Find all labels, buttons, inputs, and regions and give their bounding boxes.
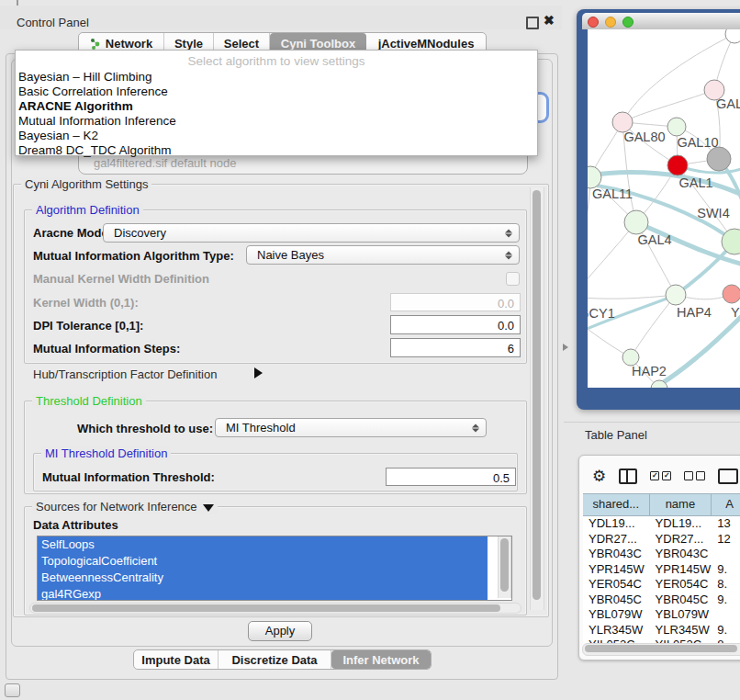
- which-threshold-label: Which threshold to use:: [77, 422, 213, 435]
- zoom-traffic-light-icon[interactable]: [622, 17, 633, 28]
- minimized-panel-icon[interactable]: [5, 683, 20, 697]
- column-header-shared[interactable]: shared...: [583, 494, 650, 515]
- node-label-gal4: GAL4: [637, 232, 671, 247]
- table-row[interactable]: YPR145WYPR145W9.: [583, 562, 740, 578]
- table-cell: YBL079W: [583, 607, 650, 623]
- mi-type-label: Mutual Information Algorithm Type:: [33, 249, 234, 263]
- node-label-swi4: SWI4: [697, 206, 729, 220]
- algorithm-option-basic-correlation-inference[interactable]: Basic Correlation Inference: [16, 85, 537, 99]
- table-cell: YPR145W: [650, 562, 712, 578]
- tab-discretize-data[interactable]: Discretize Data: [219, 650, 331, 669]
- expand-arrow-icon[interactable]: [254, 367, 263, 378]
- algorithm-option-mutual-information-inference[interactable]: Mutual Information Inference: [16, 114, 537, 129]
- network-node-gal1[interactable]: [667, 155, 688, 175]
- mi-steps-field[interactable]: 6: [390, 338, 521, 357]
- network-node[interactable]: [725, 29, 740, 43]
- node-label-gcy1: GCY1: [588, 306, 615, 321]
- tab-label: Discretize Data: [231, 653, 317, 667]
- table-cell: [712, 547, 740, 562]
- attribute-item-topologicalcoefficient[interactable]: TopologicalCoefficient: [38, 553, 488, 570]
- column-header-a[interactable]: A: [712, 494, 740, 515]
- table-hscrollbar[interactable]: [582, 643, 740, 656]
- table-row[interactable]: YDL19...YDL19...13: [583, 516, 740, 532]
- node-label-gal11: GAL11: [592, 186, 633, 201]
- network-node[interactable]: [707, 147, 731, 171]
- close-icon[interactable]: ✖: [544, 13, 555, 28]
- network-node-gal4[interactable]: [624, 210, 648, 234]
- network-edge[interactable]: [622, 90, 714, 122]
- minimize-traffic-light-icon[interactable]: [605, 17, 616, 28]
- node-label-hap4: HAP4: [677, 305, 712, 320]
- algorithm-option-bayesian-k2[interactable]: Bayesian – K2: [16, 129, 537, 143]
- attr-list-hscrollbar-thumb[interactable]: [32, 604, 500, 612]
- table-hscrollbar-thumb[interactable]: [585, 645, 737, 652]
- mi-threshold-field[interactable]: 0.5: [386, 468, 516, 486]
- dpi-tolerance-field[interactable]: 0.0: [390, 315, 521, 334]
- table-icon[interactable]: [718, 469, 738, 484]
- collapse-arrow-icon[interactable]: [203, 504, 214, 512]
- select-checkboxes-icon[interactable]: ✓✓: [650, 471, 671, 480]
- column-header-name[interactable]: name: [650, 494, 712, 515]
- tab-impute-data[interactable]: Impute Data: [134, 650, 219, 669]
- attribute-item-selfloops[interactable]: SelfLoops: [38, 536, 488, 553]
- network-edge[interactable]: [588, 222, 636, 297]
- table-row[interactable]: YBL079WYBL079W: [583, 607, 740, 623]
- mi-threshold-title: MI Threshold Definition: [41, 446, 171, 460]
- node-label-y: Y: [731, 305, 740, 320]
- network-node-y[interactable]: [723, 285, 740, 303]
- network-node-hap4[interactable]: [666, 285, 686, 305]
- split-columns-icon[interactable]: [619, 469, 637, 484]
- aracne-mode-label: Aracne Mode:: [33, 226, 112, 240]
- which-threshold-value: MI Threshold: [226, 421, 296, 435]
- kernel-width-field[interactable]: 0.0: [390, 293, 521, 311]
- manual-kernel-checkbox[interactable]: [506, 272, 520, 286]
- algorithm-option-bayesian-hill-climbing[interactable]: Bayesian – Hill Climbing: [16, 70, 537, 85]
- network-canvas[interactable]: GALGAL80GAL10GAL1GAL11SWI4GAL4GCY1HAP4YH…: [588, 29, 740, 388]
- attribute-item-gal4rgexp[interactable]: gal4RGexp: [38, 586, 488, 601]
- table-cell: YBR045C: [650, 593, 712, 608]
- table-row[interactable]: YBR045CYBR045C9.: [583, 593, 740, 608]
- network-edge[interactable]: [588, 295, 676, 299]
- attr-list-hscrollbar[interactable]: [29, 603, 521, 614]
- aracne-mode-value: Discovery: [114, 226, 166, 240]
- network-window-titlebar[interactable]: [582, 13, 740, 29]
- mi-type-value: Naive Bayes: [257, 248, 324, 262]
- attr-list-scrollbar-thumb[interactable]: [500, 538, 509, 592]
- attr-list-scrollbar[interactable]: [498, 536, 511, 598]
- table-toolbar: ⚙ ✓✓: [585, 463, 740, 489]
- algorithm-option-dream8-dc-tdc-algorithm[interactable]: Dream8 DC_TDC Algorithm: [16, 143, 537, 158]
- table-panel-title: Table Panel: [585, 428, 647, 442]
- gear-icon[interactable]: ⚙: [592, 469, 606, 484]
- table-row[interactable]: YER054CYER054C8.: [583, 577, 740, 593]
- hub-definition-label: Hub/Transcription Factor Definition: [33, 367, 217, 381]
- settings-scrollbar-thumb[interactable]: [533, 190, 541, 600]
- mi-type-combo[interactable]: Naive Bayes: [246, 245, 520, 265]
- apply-button[interactable]: Apply: [248, 621, 312, 641]
- mi-threshold-label: Mutual Information Threshold:: [42, 470, 215, 484]
- node-table: shared...nameA YDL19...YDL19...13YDR27..…: [583, 493, 740, 643]
- attribute-item-betweennesscentrality[interactable]: BetweennessCentrality: [38, 570, 488, 586]
- table-cell: 8.: [712, 577, 740, 593]
- float-window-icon[interactable]: [526, 17, 539, 29]
- manual-kernel-label: Manual Kernel Width Definition: [33, 272, 209, 286]
- cyni-settings-group-title: Cyni Algorithm Settings: [21, 177, 151, 191]
- table-row[interactable]: YLR345WYLR345W9.: [583, 623, 740, 638]
- table-cell: YDR27...: [583, 532, 650, 548]
- settings-scrollbar[interactable]: [530, 187, 544, 610]
- network-node-gal10[interactable]: [667, 118, 686, 136]
- which-threshold-combo[interactable]: MI Threshold: [215, 418, 487, 437]
- control-panel-titlebar: Control Panel ✖: [0, 6, 562, 29]
- table-cell: YPR145W: [583, 562, 650, 578]
- deselect-checkboxes-icon[interactable]: [684, 471, 705, 480]
- control-panel-title: Control Panel: [17, 16, 89, 29]
- tab-infer-network[interactable]: Infer Network: [331, 650, 431, 669]
- close-traffic-light-icon[interactable]: [588, 17, 599, 28]
- data-attributes-list[interactable]: SelfLoopsTopologicalCoefficientBetweenne…: [37, 536, 512, 601]
- network-edge[interactable]: [588, 177, 590, 259]
- table-cell: YER054C: [650, 577, 712, 593]
- splitter-arrow-icon[interactable]: [563, 344, 568, 351]
- algorithm-option-aracne-algorithm[interactable]: ARACNE Algorithm: [16, 99, 537, 114]
- table-row[interactable]: YDR27...YDR27...12: [583, 532, 740, 548]
- table-row[interactable]: YBR043CYBR043C: [583, 547, 740, 562]
- aracne-mode-combo[interactable]: Discovery: [103, 223, 520, 243]
